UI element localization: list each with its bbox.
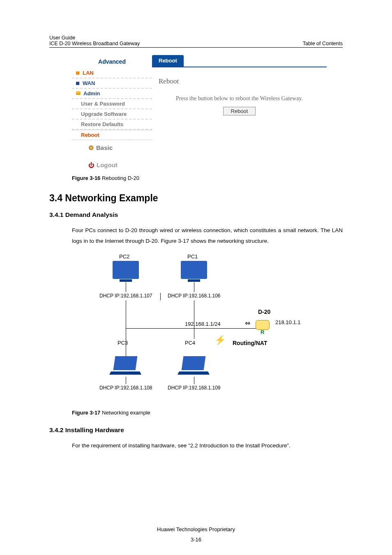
header-right: Table of Contents — [303, 41, 343, 46]
logout-icon: ⏻ — [88, 162, 94, 168]
header-guide-1: User Guide — [49, 35, 140, 41]
label-d20: D-20 — [258, 309, 270, 315]
router-icon: R — [256, 320, 270, 333]
bullet-icon — [76, 71, 79, 75]
label-wan-ip: 218.10.1.1 — [275, 319, 300, 325]
sidebar-item-basic[interactable]: ⚙Basic — [72, 140, 152, 154]
laptop-icon — [110, 356, 141, 377]
router-screenshot: Advanced LAN WAN Admin User & Password U… — [72, 55, 327, 171]
sidebar-item-reboot[interactable]: Reboot — [72, 130, 152, 140]
pane-heading: Reboot — [159, 77, 323, 85]
double-arrow-icon: ⇔ — [245, 319, 250, 327]
header-guide-2: ICE D-20 Wireless Broadband Gateway — [49, 41, 140, 46]
label-dhcp4: DHCP IP:192.168.1.109 — [168, 385, 221, 391]
label-dhcp2: DHCP IP:192.168.1.107 — [99, 293, 152, 299]
label-dhcp1: DHCP IP:192.168.1.106 — [168, 293, 221, 299]
sidebar-item-restore[interactable]: Restore Defaults — [72, 120, 152, 130]
heading-34: 3.4 Networking Example — [49, 193, 343, 204]
heading-342: 3.4.2 Installing Hardware — [49, 426, 343, 434]
pane-text: Press the button below to reboot the Wir… — [156, 94, 323, 103]
monitor-icon — [181, 261, 207, 281]
sidebar-item-upgrade[interactable]: Upgrade Software — [72, 109, 152, 120]
sidebar-item-user-password[interactable]: User & Password — [72, 99, 152, 109]
content-pane: Reboot Reboot Press the button below to … — [152, 55, 327, 171]
monitor-icon — [113, 261, 139, 281]
sidebar-item-admin[interactable]: Admin — [72, 89, 152, 99]
label-pc4: PC4 — [185, 340, 195, 346]
gear-icon: ⚙ — [88, 144, 94, 151]
label-pc2: PC2 — [119, 253, 129, 260]
label-pc3: PC3 — [118, 340, 128, 346]
label-dhcp3: DHCP IP:192.168.1.108 — [99, 385, 152, 391]
bullet-icon — [76, 82, 79, 85]
tab-bar: Reboot — [152, 55, 327, 67]
para-341: Four PCs connect to D-20 through wired o… — [72, 225, 343, 246]
zigzag-icon: ⚡ — [214, 335, 226, 345]
reboot-button[interactable]: Reboot — [223, 107, 256, 115]
sidebar: Advanced LAN WAN Admin User & Password U… — [72, 55, 152, 171]
para-342: For the requirement of installing hardwa… — [72, 440, 343, 451]
sidebar-item-logout[interactable]: ⏻Logout — [72, 154, 152, 171]
heading-341: 3.4.1 Demand Analysis — [49, 211, 343, 219]
figure-caption-317: Figure 3-17 Networking example — [72, 410, 343, 416]
folder-icon — [76, 91, 81, 95]
laptop-icon — [178, 356, 209, 377]
figure-caption-316: Figure 3-16 Rebooting D-20 — [72, 175, 343, 181]
label-lan-ip: 192.168.1.1/24 — [185, 321, 221, 327]
label-routing: Routing/NAT — [233, 340, 267, 346]
network-diagram: PC2 PC1 DHCP IP:192.168.1.107 DHCP IP:19… — [103, 253, 316, 405]
footer: Huawei Technologies Proprietary — [0, 526, 392, 532]
sidebar-item-wan[interactable]: WAN — [72, 78, 152, 89]
sidebar-title: Advanced — [72, 55, 152, 68]
sidebar-item-lan[interactable]: LAN — [72, 68, 152, 78]
page-header: User Guide ICE D-20 Wireless Broadband G… — [49, 35, 343, 48]
label-pc1: PC1 — [187, 253, 198, 260]
page-number: 3-16 — [0, 537, 392, 543]
tab-reboot[interactable]: Reboot — [152, 55, 184, 67]
